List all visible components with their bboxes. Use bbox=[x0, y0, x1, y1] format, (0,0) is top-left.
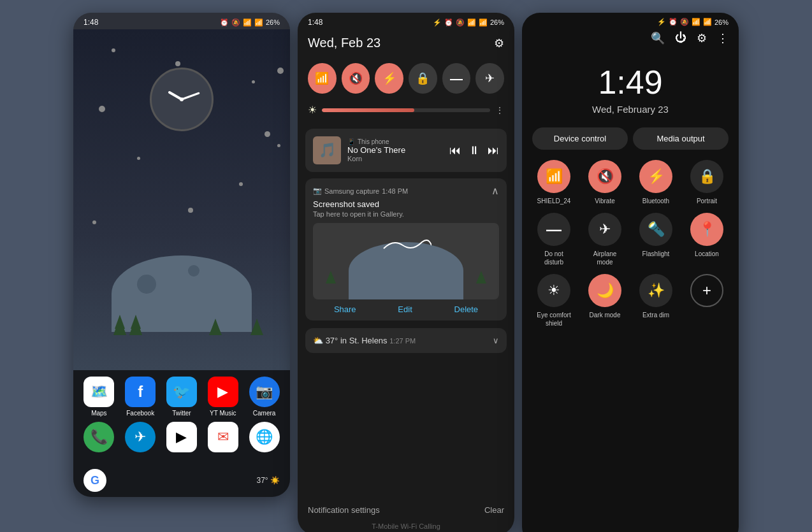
app-gmail[interactable]: ✉ bbox=[204, 422, 242, 452]
tile-vibrate[interactable]: 🔇 Vibrate bbox=[583, 160, 627, 205]
alarm-icon-2: ⏰ bbox=[444, 18, 453, 27]
tile-dnd[interactable]: — Do notdisturb bbox=[532, 213, 576, 266]
app-phone[interactable]: 📞 bbox=[80, 422, 118, 452]
app-row-1: 🗺️ Maps f Facebook 🐦 Twitter ▶ YT Music … bbox=[78, 377, 285, 417]
toggle-mute[interactable]: 🔇 bbox=[342, 63, 370, 94]
tile-bluetooth[interactable]: ⚡ Bluetooth bbox=[634, 160, 678, 205]
app-facebook[interactable]: f Facebook bbox=[121, 377, 159, 417]
app-camera[interactable]: 📷 Camera bbox=[245, 377, 284, 417]
next-button[interactable]: ⏭ bbox=[488, 144, 499, 157]
qs-search-icon[interactable]: 🔍 bbox=[651, 31, 665, 45]
tile-location[interactable]: 📍 Location bbox=[685, 213, 729, 266]
camera-icon[interactable]: 📷 bbox=[249, 377, 280, 407]
tile-flashlight-icon[interactable]: 🔦 bbox=[639, 213, 672, 246]
tile-dark-mode[interactable]: 🌙 Dark mode bbox=[583, 274, 627, 327]
toggle-dnd[interactable]: — bbox=[442, 63, 471, 94]
toggle-airplane[interactable]: ✈ bbox=[475, 63, 504, 94]
tile-location-icon[interactable]: 📍 bbox=[690, 213, 723, 246]
twitter-icon[interactable]: 🐦 bbox=[166, 377, 197, 407]
tile-airplane[interactable]: ✈ Airplanemode bbox=[583, 213, 627, 266]
star bbox=[175, 61, 180, 66]
tile-dnd-icon[interactable]: — bbox=[537, 213, 570, 246]
edit-button[interactable]: Edit bbox=[398, 305, 412, 314]
tile-bluetooth-icon[interactable]: ⚡ bbox=[639, 160, 672, 193]
pause-button[interactable]: ⏸ bbox=[468, 144, 480, 157]
tile-portrait[interactable]: 🔒 Portrait bbox=[685, 160, 729, 205]
tile-vibrate-icon[interactable]: 🔇 bbox=[588, 160, 621, 193]
delete-button[interactable]: Delete bbox=[454, 305, 479, 314]
weather-notification[interactable]: ⛅ 37° in St. Helens 1:27 PM ∨ bbox=[305, 328, 507, 353]
notification-settings-button[interactable]: Notification settings bbox=[308, 505, 380, 515]
app-maps[interactable]: 🗺️ Maps bbox=[80, 377, 118, 417]
status-icons-2: ⚡ ⏰ 🔕 📶 📶 26% bbox=[433, 18, 504, 27]
toggle-wifi[interactable]: 📶 bbox=[308, 63, 337, 94]
tile-flashlight[interactable]: 🔦 Flashlight bbox=[634, 213, 678, 266]
brightness-control: ☀ ⋮ bbox=[298, 99, 514, 121]
brightness-more[interactable]: ⋮ bbox=[495, 105, 504, 115]
expand-icon[interactable]: ∧ bbox=[491, 185, 499, 197]
tile-portrait-icon[interactable]: 🔒 bbox=[690, 160, 723, 193]
facebook-icon[interactable]: f bbox=[125, 377, 156, 407]
gmail-icon[interactable]: ✉ bbox=[208, 422, 238, 452]
tile-wifi[interactable]: 📶 SHIELD_24 bbox=[532, 160, 576, 205]
media-notification: 🎵 📱 This phone No One's There Korn ⏮ ⏸ ⏭ bbox=[305, 129, 507, 172]
telegram-icon[interactable]: ✈ bbox=[125, 422, 156, 452]
app-play[interactable]: ▶ bbox=[163, 422, 201, 452]
tile-extra-dim[interactable]: ✨ Extra dim bbox=[634, 274, 678, 327]
brightness-bar[interactable] bbox=[322, 108, 490, 112]
settings-icon-2[interactable]: ⚙ bbox=[494, 36, 504, 50]
facebook-label: Facebook bbox=[126, 410, 154, 417]
app-telegram[interactable]: ✈ bbox=[121, 422, 159, 452]
clear-button[interactable]: Clear bbox=[484, 505, 504, 515]
phone-icon[interactable]: 📞 bbox=[83, 422, 114, 452]
qs-date: Wed, February 23 bbox=[522, 104, 739, 115]
star bbox=[99, 106, 105, 112]
tile-add-icon[interactable]: + bbox=[690, 274, 723, 307]
app-ytmusic[interactable]: ▶ YT Music bbox=[204, 377, 242, 417]
tile-extra-dim-icon[interactable]: ✨ bbox=[639, 274, 672, 307]
screenshot-app: 📷 Samsung capture 1:48 PM bbox=[313, 187, 408, 195]
bt-icon: ⚡ bbox=[433, 18, 442, 27]
media-output-button[interactable]: Media output bbox=[633, 127, 729, 150]
date-row: Wed, Feb 23 ⚙ bbox=[308, 36, 504, 50]
weather-expand[interactable]: ∨ bbox=[493, 336, 499, 345]
screenshot-notification[interactable]: 📷 Samsung capture 1:48 PM ∧ Screenshot s… bbox=[305, 178, 507, 320]
media-title: No One's There bbox=[347, 145, 443, 155]
tile-wifi-icon[interactable]: 📶 bbox=[537, 160, 570, 193]
device-control-button[interactable]: Device control bbox=[532, 127, 628, 150]
share-button[interactable]: Share bbox=[334, 305, 356, 314]
qs-more-icon[interactable]: ⋮ bbox=[717, 31, 729, 45]
prev-button[interactable]: ⏮ bbox=[449, 144, 461, 157]
star bbox=[252, 80, 255, 83]
app-twitter[interactable]: 🐦 Twitter bbox=[163, 377, 201, 417]
time-1: 1:48 bbox=[83, 18, 98, 27]
qs-status-bar: ⚡ ⏰ 🔕 📶 📶 26% bbox=[522, 13, 739, 29]
chrome-icon[interactable]: 🌐 bbox=[249, 422, 280, 452]
weather-text: ⛅ 37° in St. Helens 1:27 PM bbox=[313, 336, 416, 345]
toggle-lock[interactable]: 🔒 bbox=[409, 63, 437, 94]
tile-add[interactable]: + bbox=[685, 274, 729, 327]
tile-eye-comfort-label: Eye comfortshield bbox=[537, 311, 570, 327]
google-button[interactable]: G bbox=[83, 469, 106, 492]
tile-wifi-label: SHIELD_24 bbox=[537, 197, 571, 205]
qs-settings-icon[interactable]: ⚙ bbox=[697, 31, 707, 45]
maps-icon[interactable]: 🗺️ bbox=[83, 377, 114, 407]
app-chrome[interactable]: 🌐 bbox=[245, 422, 284, 452]
quick-settings: ⚡ ⏰ 🔕 📶 📶 26% 🔍 ⏻ ⚙ ⋮ 1:49 Wed, February… bbox=[522, 13, 739, 532]
star bbox=[265, 131, 270, 137]
tile-eye-comfort[interactable]: ☀ Eye comfortshield bbox=[532, 274, 576, 327]
screenshots-container: 1:48 ⏰ 🔕 📶 📶 26% bbox=[61, 0, 751, 532]
play-icon[interactable]: ▶ bbox=[166, 422, 197, 452]
star bbox=[92, 220, 96, 224]
ytmusic-icon[interactable]: ▶ bbox=[208, 377, 238, 407]
tile-dark-mode-icon[interactable]: 🌙 bbox=[588, 274, 621, 307]
brightness-icon: ☀ bbox=[308, 104, 317, 116]
qs-bt-icon: ⚡ bbox=[657, 18, 666, 26]
tile-airplane-icon[interactable]: ✈ bbox=[588, 213, 621, 246]
camera-label: Camera bbox=[253, 410, 276, 417]
screenshot-subtitle: Tap here to open it in Gallery. bbox=[313, 210, 499, 218]
qs-power-icon[interactable]: ⏻ bbox=[675, 31, 686, 45]
mute-icon-2: 🔕 bbox=[456, 18, 465, 27]
tile-eye-comfort-icon[interactable]: ☀ bbox=[537, 274, 570, 307]
toggle-bluetooth[interactable]: ⚡ bbox=[375, 63, 403, 94]
